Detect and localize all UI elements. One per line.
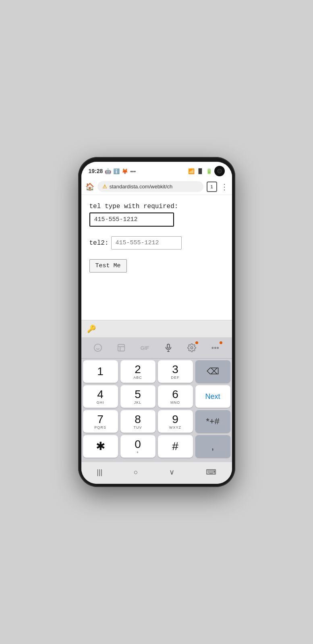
test-me-button[interactable]: Test Me [89,259,127,272]
more-dots: ••• [130,168,136,174]
key-next[interactable]: Next [195,385,230,408]
key-6[interactable]: 6 MNO [158,385,193,408]
svg-point-7 [191,347,193,349]
info-icon: ℹ️ [113,168,120,174]
numpad-keyboard: 1 2 ABC 3 DEF ⌫ 4 GHI [81,359,232,462]
menu-button[interactable]: ⋮ [220,182,228,192]
key-hash[interactable]: # [158,435,193,458]
microphone-icon[interactable] [161,341,176,355]
recents-button[interactable]: ∨ [164,466,180,478]
emoji-icon[interactable] [91,341,105,355]
battery-icon: 🔋 [206,168,212,174]
key-1[interactable]: 1 [83,360,118,383]
key-3[interactable]: 3 DEF [158,360,193,383]
status-right: 📶 ▐▌ 🔋 [188,166,224,176]
orange-dot-more [220,341,222,344]
key-star[interactable]: ✱ [83,435,118,458]
key-0[interactable]: 0 + [120,435,155,458]
tab-count[interactable]: 1 [207,182,217,192]
key-8[interactable]: 8 TUV [120,410,155,433]
status-left: 19:28 🤖 ℹ️ 🦊 ••• [89,168,136,174]
key-row-1: 1 2 ABC 3 DEF ⌫ [83,360,230,383]
tel2-inline: tel2: [89,236,224,250]
camera-lens [217,169,222,173]
settings-icon[interactable] [184,341,199,355]
key-row-4: ✱ 0 + # , [83,435,230,458]
screen: 19:28 🤖 ℹ️ 🦊 ••• 📶 ▐▌ 🔋 🏠 ⚠ standardista… [81,162,232,484]
key-9[interactable]: 9 WXYZ [158,410,193,433]
svg-point-0 [94,344,101,351]
firefox-icon: 🦊 [122,168,128,174]
home-button[interactable]: 🏠 [85,182,94,191]
bottom-nav: ||| ○ ∨ ⌨ [81,462,232,484]
gif-icon[interactable]: GIF [137,341,152,355]
key-comma[interactable]: , [195,435,230,458]
more-options-icon[interactable]: ••• [208,341,222,355]
status-time: 19:28 [89,168,103,174]
url-text: standardista.com/webkit/ch [110,184,173,190]
front-camera [214,166,225,176]
key-5[interactable]: 5 JKL [120,385,155,408]
back-button[interactable]: ||| [91,466,108,478]
status-bar: 19:28 🤖 ℹ️ 🦊 ••• 📶 ▐▌ 🔋 [81,162,232,179]
key-2[interactable]: 2 ABC [120,360,155,383]
keyboard-toolbar: GIF ••• [81,337,232,359]
key-4[interactable]: 4 GHI [83,385,118,408]
phone-frame: 19:28 🤖 ℹ️ 🦊 ••• 📶 ▐▌ 🔋 🏠 ⚠ standardista… [78,157,235,487]
tel2-label: tel2: [89,239,109,247]
tel2-input[interactable] [111,236,182,250]
tel-required-group: tel type with required: [89,203,224,227]
tel-required-label: tel type with required: [89,203,224,210]
keyboard-hide-button[interactable]: ⌨ [200,466,222,478]
key-icon: 🔑 [87,324,96,333]
sticker-icon[interactable] [114,341,129,355]
warning-icon: ⚠ [102,184,107,190]
signal-icon: ▐▌ [197,168,203,174]
tel2-group: tel2: [89,236,224,250]
android-icon: 🤖 [105,168,111,174]
key-row-2: 4 GHI 5 JKL 6 MNO Next [83,385,230,408]
password-bar: 🔑 [81,320,232,337]
browser-bar: 🏠 ⚠ standardista.com/webkit/ch 1 ⋮ [81,179,232,195]
key-symbols[interactable]: *+# [195,410,230,433]
home-nav-button[interactable]: ○ [128,466,144,478]
orange-dot-gear [195,341,198,344]
svg-rect-4 [167,344,170,348]
wifi-icon: 📶 [188,168,195,174]
test-button-group: Test Me [89,259,224,272]
key-row-3: 7 PQRS 8 TUV 9 WXYZ *+# [83,410,230,433]
tel-required-input[interactable] [89,213,174,227]
web-content: tel type with required: tel2: Test Me [81,195,232,320]
svg-rect-3 [118,345,125,351]
url-bar[interactable]: ⚠ standardista.com/webkit/ch [97,181,203,192]
key-backspace[interactable]: ⌫ [195,360,230,383]
key-7[interactable]: 7 PQRS [83,410,118,433]
